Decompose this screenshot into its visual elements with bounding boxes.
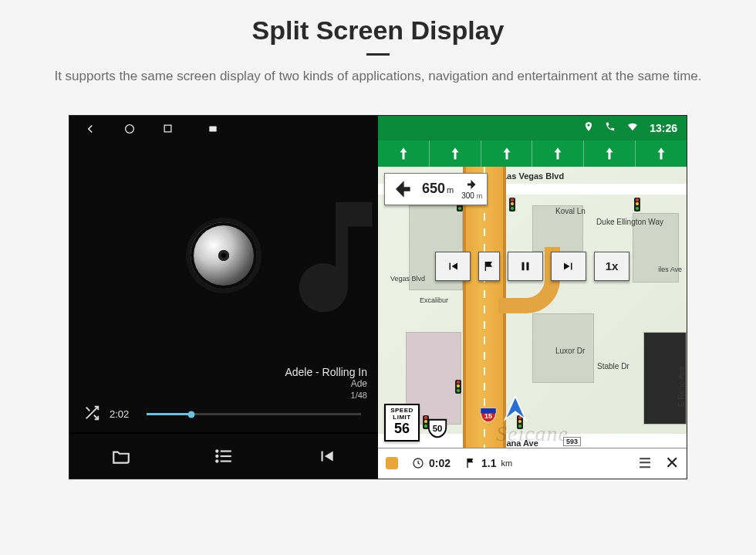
poi-label: Luxor Dr (555, 347, 585, 355)
eta-item: 0:02 (412, 457, 451, 469)
progress-bar[interactable] (147, 413, 361, 415)
traffic-light-icon (455, 380, 461, 394)
svg-rect-2 (209, 126, 216, 131)
prev-button[interactable] (435, 252, 471, 281)
svg-text:15: 15 (484, 411, 492, 419)
clock-time: 13:26 (650, 122, 677, 134)
phone-icon (605, 121, 616, 134)
lane-guidance (378, 140, 687, 167)
svg-rect-1 (164, 125, 171, 132)
previous-tab[interactable] (275, 434, 378, 479)
next-button[interactable] (551, 252, 586, 281)
lane-arrow (532, 140, 583, 167)
svg-rect-10 (527, 262, 529, 270)
navigation-pane: 13:26 S Las Vegas Blvd W Tropicana Ave 5… (378, 116, 687, 479)
track-title: Adele - Rolling In (80, 366, 367, 378)
vehicle-cursor-icon (500, 394, 531, 425)
destination-flag-icon (464, 457, 477, 469)
home-icon[interactable] (123, 123, 136, 138)
speed-limit-value: 56 (386, 421, 418, 437)
device-screenshot: Adele - Rolling In Ade 1/48 2:02 (69, 116, 687, 479)
music-bottom-tabs (69, 432, 378, 479)
progress-row: 2:02 (69, 404, 378, 432)
traffic-light-icon (509, 198, 515, 212)
svg-point-8 (216, 460, 218, 462)
svg-point-6 (216, 450, 218, 452)
folder-tab[interactable] (69, 434, 172, 479)
speed-button[interactable]: 1x (594, 252, 629, 281)
nav-bottom-bar: 0:02 1.1km ☰ ✕ (378, 448, 687, 479)
turn-card: 650m 300 m (384, 173, 488, 205)
poi-label: Duke Ellington Way (596, 218, 663, 226)
page-subtitle: It supports the same screen display of t… (39, 66, 717, 86)
pause-button[interactable] (508, 252, 543, 281)
turn-left-icon (390, 177, 414, 201)
traffic-light-icon (634, 198, 640, 212)
lane-arrow (635, 140, 687, 167)
status-bar: 13:26 (378, 116, 687, 140)
track-index: 1/48 (80, 391, 367, 400)
svg-point-0 (126, 124, 134, 133)
lane-arrow (378, 140, 429, 167)
route-shield-icon: 50 (426, 417, 449, 440)
poi-label: Koval Ln (555, 207, 586, 215)
playback-controls: 1x (435, 252, 629, 281)
next-turn: 300 m (461, 178, 482, 200)
location-icon (583, 121, 594, 134)
android-nav-bar (69, 116, 378, 145)
poi-label: Stable Dr (597, 362, 629, 371)
speed-limit-sign: SPEED LIMIT 56 (384, 404, 420, 442)
poi-label: Excalibur (420, 296, 448, 304)
interstate-shield-icon: 15 (478, 404, 498, 425)
playlist-tab[interactable] (172, 434, 275, 479)
elapsed-time: 2:02 (110, 408, 134, 420)
lane-arrow (429, 140, 481, 167)
album-disc[interactable] (191, 222, 257, 289)
lane-arrow (481, 140, 532, 167)
title-underline (366, 53, 390, 56)
poi-label: E Reno Ave (678, 366, 687, 407)
route-toggle[interactable] (386, 457, 398, 469)
lane-arrow (583, 140, 635, 167)
music-pane: Adele - Rolling In Ade 1/48 2:02 (69, 116, 378, 479)
poi-label: Vegas Blvd (390, 275, 425, 283)
track-meta: Adele - Rolling In Ade 1/48 (69, 366, 378, 404)
street-number: 593 (563, 437, 581, 446)
flag-button[interactable] (478, 252, 500, 281)
track-artist: Ade (80, 378, 367, 389)
picture-icon[interactable] (208, 124, 218, 137)
progress-knob[interactable] (188, 411, 195, 418)
close-button[interactable]: ✕ (665, 453, 679, 473)
turn-distance: 650m (422, 181, 454, 196)
svg-text:50: 50 (433, 423, 443, 432)
route-icon (386, 457, 398, 469)
svg-rect-9 (522, 262, 525, 270)
poi-label: iles Ave (658, 266, 682, 273)
menu-button[interactable]: ☰ (639, 455, 651, 472)
shuffle-icon[interactable] (83, 404, 100, 425)
wifi-icon (626, 120, 639, 135)
svg-point-7 (216, 455, 218, 456)
turn-right-icon (465, 178, 479, 191)
distance-item: 1.1km (464, 457, 512, 469)
map-canvas[interactable]: S Las Vegas Blvd W Tropicana Ave 593 Kov… (378, 167, 687, 448)
back-icon[interactable] (83, 122, 97, 139)
page-title: Split Screen Display (31, 15, 725, 46)
recent-icon[interactable] (162, 123, 174, 137)
clock-icon (412, 457, 424, 469)
album-area (69, 145, 378, 366)
speed-limit-label: SPEED LIMIT (386, 407, 418, 421)
